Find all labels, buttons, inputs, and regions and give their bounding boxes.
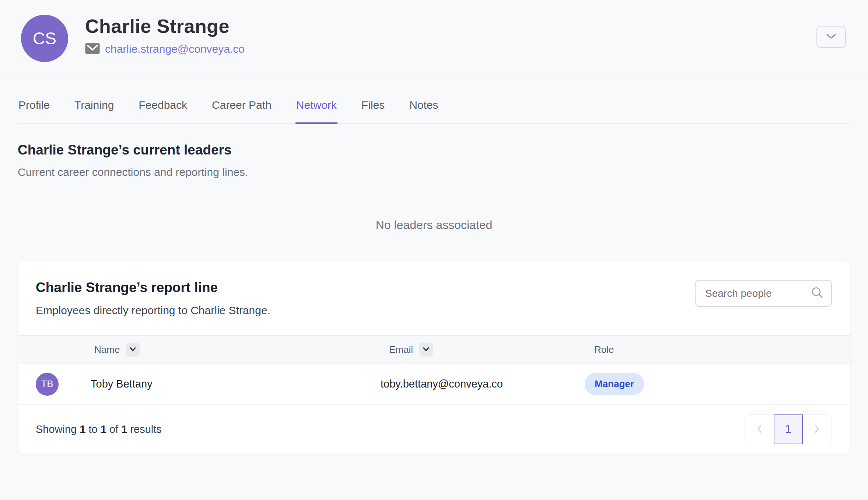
report-card-title: Charlie Strange’s report line: [36, 280, 270, 295]
report-card-header: Charlie Strange’s report line Employees …: [18, 261, 850, 317]
column-header-email: Email: [381, 343, 585, 357]
next-page-button[interactable]: [803, 414, 832, 444]
summary-text: results: [127, 423, 161, 435]
search-people-input[interactable]: [705, 288, 811, 299]
report-card-headings: Charlie Strange’s report line Employees …: [36, 280, 270, 317]
current-leaders-section: Charlie Strange’s current leaders Curren…: [18, 142, 850, 178]
chevron-down-icon: [129, 347, 136, 353]
tab-training[interactable]: Training: [74, 99, 115, 124]
sort-name-button[interactable]: [126, 343, 140, 357]
tab-feedback[interactable]: Feedback: [138, 99, 188, 124]
summary-total: 1: [121, 423, 127, 435]
chevron-down-icon: [826, 33, 837, 41]
results-summary: Showing 1 to 1 of 1 results: [36, 423, 162, 435]
row-person-name: Toby Bettany: [91, 378, 153, 390]
table-header-row: Name Email: [18, 335, 850, 364]
email-row: charlie.strange@conveya.co: [85, 43, 245, 56]
report-line-card: Charlie Strange’s report line Employees …: [18, 261, 850, 454]
avatar: CS: [21, 15, 68, 62]
table-row[interactable]: TB Toby Bettany toby.bettany@conveya.co …: [18, 364, 850, 404]
leaders-section-title: Charlie Strange’s current leaders: [18, 142, 850, 158]
row-email-cell: toby.bettany@conveya.co: [381, 378, 585, 390]
search-icon: [811, 286, 824, 301]
page-title: Charlie Strange: [85, 15, 245, 38]
row-role-cell: Manager: [585, 373, 850, 395]
profile-page: CS Charlie Strange charlie.strange@conve…: [0, 0, 868, 500]
email-column-label: Email: [389, 344, 413, 355]
email-link[interactable]: charlie.strange@conveya.co: [105, 43, 245, 55]
leaders-empty-state: No leaders associated: [0, 218, 868, 232]
role-column-label: Role: [594, 344, 614, 355]
summary-text: of: [106, 423, 121, 435]
summary-start: 1: [80, 423, 85, 435]
chevron-right-icon: [814, 424, 820, 435]
name-column-label: Name: [94, 344, 120, 355]
row-avatar-initials: TB: [41, 378, 53, 390]
column-header-name: Name: [18, 343, 381, 357]
previous-page-button[interactable]: [745, 414, 774, 444]
sort-email-button[interactable]: [419, 343, 433, 357]
summary-text: Showing: [36, 423, 80, 435]
chevron-left-icon: [756, 424, 762, 435]
tab-notes[interactable]: Notes: [409, 99, 439, 124]
column-header-role: Role: [585, 344, 850, 355]
tab-files[interactable]: Files: [361, 99, 385, 124]
leaders-section-subtitle: Current career connections and reporting…: [18, 166, 850, 178]
page-1-button[interactable]: 1: [774, 414, 803, 444]
header-info: Charlie Strange charlie.strange@conveya.…: [85, 15, 245, 56]
role-badge: Manager: [585, 373, 644, 395]
row-name-cell: TB Toby Bettany: [18, 373, 381, 396]
header-actions-dropdown-button[interactable]: [816, 26, 846, 48]
mail-icon: [85, 43, 100, 56]
summary-text: to: [85, 423, 100, 435]
row-avatar: TB: [36, 373, 59, 396]
tab-network[interactable]: Network: [295, 99, 337, 124]
summary-end: 1: [101, 423, 106, 435]
pagination: 1: [745, 414, 832, 444]
profile-header: CS Charlie Strange charlie.strange@conve…: [0, 0, 868, 77]
chevron-down-icon: [423, 347, 430, 353]
search-people-box: [695, 280, 832, 307]
tab-career-path[interactable]: Career Path: [211, 99, 272, 124]
tab-profile[interactable]: Profile: [18, 99, 50, 124]
avatar-initials: CS: [33, 28, 56, 48]
table-footer: Showing 1 to 1 of 1 results 1: [18, 404, 850, 454]
report-card-subtitle: Employees directly reporting to Charlie …: [36, 304, 270, 317]
profile-tabs: Profile Training Feedback Career Path Ne…: [18, 77, 850, 124]
